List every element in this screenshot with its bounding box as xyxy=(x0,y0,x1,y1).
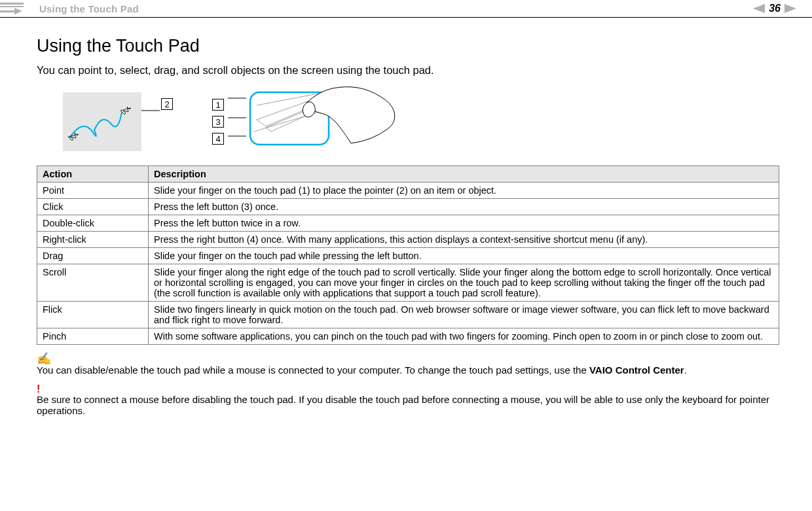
page-content: Using the Touch Pad You can point to, se… xyxy=(0,18,812,423)
touchpad-diagram: 2 1 3 4 xyxy=(63,86,779,158)
page-header: Using the Touch Pad 36 xyxy=(0,0,812,18)
table-row: Double-clickPress the left button twice … xyxy=(37,215,779,232)
table-row: ScrollSlide your finger along the right … xyxy=(37,264,779,302)
table-row: ClickPress the left button (3) once. xyxy=(37,199,779,215)
callout-4: 4 xyxy=(212,133,224,145)
warning-text: Be sure to connect a mouse before disabl… xyxy=(37,394,769,416)
note-bold: VAIO Control Center xyxy=(589,364,684,376)
col-action: Action xyxy=(37,166,149,183)
callout-1: 1 xyxy=(212,99,224,111)
table-row: Right-clickPress the right button (4) on… xyxy=(37,232,779,248)
page-number: 36 xyxy=(769,3,781,14)
table-row: FlickSlide two fingers linearly in quick… xyxy=(37,302,779,328)
callout-lines-134 xyxy=(228,89,248,154)
warning-block: ! Be sure to connect a mouse before disa… xyxy=(37,383,779,416)
next-page-icon[interactable] xyxy=(784,4,796,13)
screen-illustration xyxy=(63,92,141,151)
table-row: PointSlide your finger on the touch pad … xyxy=(37,183,779,199)
touchpad-hand-illustration xyxy=(248,86,398,158)
section-breadcrumb: Using the Touch Pad xyxy=(39,3,139,14)
callout-line-2 xyxy=(141,92,161,151)
toc-marker[interactable] xyxy=(0,3,24,12)
page-title: Using the Touch Pad xyxy=(37,36,779,56)
note-text-prefix: You can disable/enable the touch pad whi… xyxy=(37,364,589,376)
intro-text: You can point to, select, drag, and scro… xyxy=(37,64,779,77)
callout-3: 3 xyxy=(212,116,224,128)
note-icon: ✍ xyxy=(37,351,779,366)
callout-2: 2 xyxy=(161,98,173,110)
note-text-suffix: . xyxy=(684,364,687,376)
note-block: ✍ You can disable/enable the touch pad w… xyxy=(37,351,779,376)
table-row: DragSlide your finger on the touch pad w… xyxy=(37,248,779,264)
prev-page-icon[interactable] xyxy=(753,4,765,13)
col-description: Description xyxy=(149,166,779,183)
actions-table: Action Description PointSlide your finge… xyxy=(37,166,779,345)
table-row: PinchWith some software applications, yo… xyxy=(37,328,779,345)
